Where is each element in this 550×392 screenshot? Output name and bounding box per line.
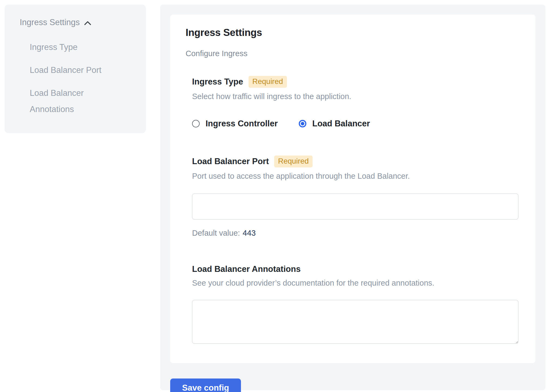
load-balancer-port-label: Load Balancer Port xyxy=(192,156,269,167)
main-panel: Ingress Settings Configure Ingress Ingre… xyxy=(160,5,545,390)
field-load-balancer-port: Load Balancer Port Required Port used to… xyxy=(192,156,518,238)
load-balancer-port-input[interactable] xyxy=(192,194,518,219)
load-balancer-annotations-label: Load Balancer Annotations xyxy=(192,264,301,274)
field-ingress-type: Ingress Type Required Select how traffic… xyxy=(192,76,518,129)
load-balancer-annotations-description: See your cloud provider’s documentation … xyxy=(192,278,518,289)
page-subtitle: Configure Ingress xyxy=(186,49,518,58)
radio-option-ingress-controller[interactable]: Ingress Controller xyxy=(192,119,278,129)
sidebar-item-load-balancer-port[interactable]: Load Balancer Port xyxy=(30,62,127,78)
sidebar-item-ingress-type[interactable]: Ingress Type xyxy=(30,39,127,55)
default-value-line: Default value:443 xyxy=(192,229,518,238)
radio-button-ingress-controller[interactable] xyxy=(192,120,200,127)
ingress-type-label: Ingress Type xyxy=(192,77,243,87)
field-label-row: Ingress Type Required xyxy=(192,76,518,88)
radio-button-load-balancer[interactable] xyxy=(299,120,306,127)
radio-option-load-balancer[interactable]: Load Balancer xyxy=(299,119,370,129)
field-load-balancer-annotations: Load Balancer Annotations See your cloud… xyxy=(192,264,518,344)
radio-label-load-balancer: Load Balancer xyxy=(312,119,370,129)
load-balancer-port-description: Port used to access the application thro… xyxy=(192,171,518,182)
field-label-row: Load Balancer Port Required xyxy=(192,156,518,167)
sidebar: Ingress Settings Ingress Type Load Balan… xyxy=(5,5,146,133)
ingress-type-radio-group: Ingress Controller Load Balancer xyxy=(192,119,518,129)
sidebar-item-load-balancer-annotations[interactable]: Load Balancer Annotations xyxy=(30,85,127,117)
default-value-label: Default value: xyxy=(192,229,240,237)
page-title: Ingress Settings xyxy=(186,27,518,38)
required-badge: Required xyxy=(249,76,287,88)
required-badge: Required xyxy=(274,156,313,167)
sidebar-header-ingress-settings[interactable]: Ingress Settings xyxy=(20,17,132,28)
default-value: 443 xyxy=(243,229,256,237)
ingress-settings-card: Ingress Settings Configure Ingress Ingre… xyxy=(170,15,535,363)
sidebar-header-label: Ingress Settings xyxy=(20,17,80,28)
chevron-up-icon xyxy=(84,21,91,25)
form-sections: Ingress Type Required Select how traffic… xyxy=(192,76,518,344)
field-label-row: Load Balancer Annotations xyxy=(192,264,518,274)
ingress-type-description: Select how traffic will ingress to the a… xyxy=(192,91,518,102)
save-config-button[interactable]: Save config xyxy=(170,379,241,392)
radio-label-ingress-controller: Ingress Controller xyxy=(206,119,278,129)
sidebar-item-list: Ingress Type Load Balancer Port Load Bal… xyxy=(30,39,132,117)
load-balancer-annotations-textarea[interactable] xyxy=(192,300,518,344)
